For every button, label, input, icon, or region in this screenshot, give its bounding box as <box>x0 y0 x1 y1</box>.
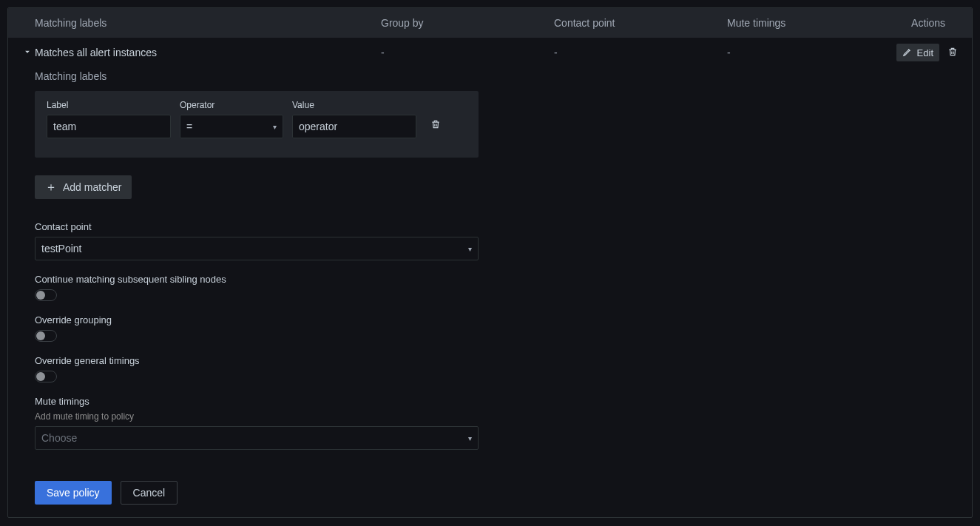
row-contact: - <box>554 47 727 58</box>
cancel-button[interactable]: Cancel <box>121 481 178 505</box>
override-timings-label: Override general timings <box>35 355 960 366</box>
matcher-label-label: Label <box>47 100 171 110</box>
matcher-value-label: Value <box>292 100 416 110</box>
col-header-labels: Matching labels <box>35 17 381 29</box>
continue-toggle[interactable] <box>35 289 57 301</box>
matching-labels-title: Matching labels <box>35 70 960 82</box>
row-group: - <box>381 47 554 58</box>
col-header-contact: Contact point <box>554 17 727 29</box>
row-summary: Matches all alert instances <box>35 47 381 58</box>
contact-point-label: Contact point <box>35 221 479 232</box>
mute-timings-sub: Add mute timing to policy <box>35 411 960 422</box>
matcher-row: Label Operator = ▾ Value <box>35 91 479 158</box>
mute-timings-label: Mute timings <box>35 396 960 407</box>
matcher-label-input[interactable] <box>47 115 171 138</box>
edit-label: Edit <box>917 47 933 58</box>
col-header-mute: Mute timings <box>727 17 849 29</box>
chevron-down-icon: ▾ <box>468 434 472 442</box>
override-grouping-label: Override grouping <box>35 314 960 326</box>
override-timings-toggle[interactable] <box>35 371 57 382</box>
save-policy-button[interactable]: Save policy <box>35 481 112 505</box>
matcher-operator-value: = <box>186 121 192 132</box>
trash-icon <box>430 119 441 132</box>
delete-policy-button[interactable] <box>945 44 960 61</box>
chevron-down-icon <box>22 47 33 59</box>
trash-icon <box>947 47 958 59</box>
plus-icon: ＋ <box>45 181 57 193</box>
notification-policy-panel: Matching labels Group by Contact point M… <box>7 7 973 518</box>
continue-label: Continue matching subsequent sibling nod… <box>35 274 960 285</box>
chevron-down-icon: ▾ <box>273 123 277 131</box>
table-header: Matching labels Group by Contact point M… <box>8 8 972 38</box>
pencil-icon <box>902 47 913 59</box>
edit-button[interactable]: Edit <box>896 44 939 61</box>
override-grouping-toggle[interactable] <box>35 330 57 342</box>
delete-matcher-button[interactable] <box>428 116 443 134</box>
mute-timings-select[interactable]: Choose ▾ <box>35 426 479 450</box>
policy-row: Matches all alert instances - - - Edit <box>8 38 972 67</box>
chevron-down-icon: ▾ <box>468 245 472 253</box>
expand-toggle[interactable] <box>20 47 35 59</box>
mute-timings-placeholder: Choose <box>41 432 77 444</box>
contact-point-select[interactable]: testPoint ▾ <box>35 237 479 260</box>
matcher-operator-select[interactable]: = ▾ <box>180 115 283 138</box>
policy-editor: Matching labels Label Operator = ▾ Value <box>8 70 972 518</box>
matcher-operator-label: Operator <box>180 100 283 110</box>
contact-point-value: testPoint <box>41 243 81 254</box>
add-matcher-label: Add matcher <box>63 181 121 193</box>
row-mute: - <box>727 47 849 58</box>
col-header-group: Group by <box>381 17 554 29</box>
col-header-actions: Actions <box>849 17 945 29</box>
add-matcher-button[interactable]: ＋ Add matcher <box>35 175 132 199</box>
matcher-value-input[interactable] <box>292 115 416 138</box>
